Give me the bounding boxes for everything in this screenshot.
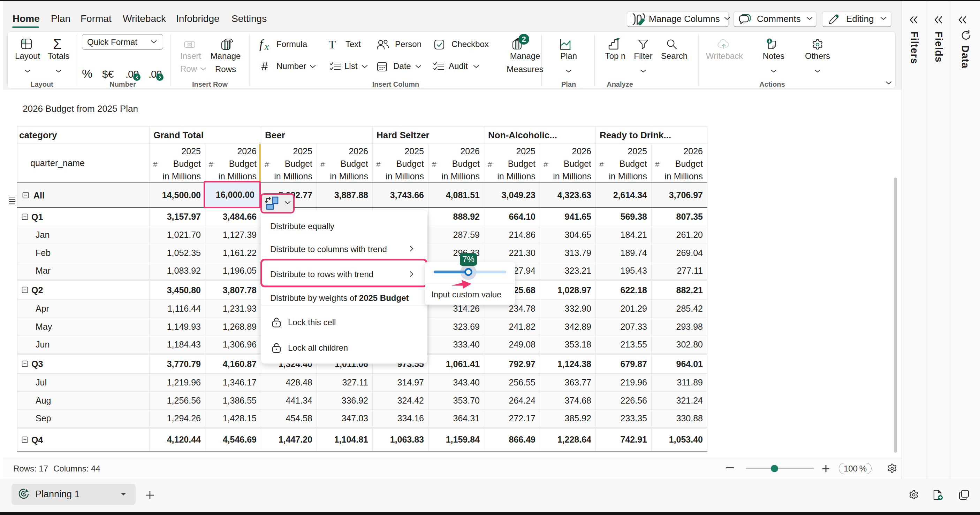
svg-text:T: T [329,39,336,51]
svg-text:f: f [259,38,265,51]
svg-text:x: x [264,41,269,51]
svg-text:#: # [261,60,268,73]
